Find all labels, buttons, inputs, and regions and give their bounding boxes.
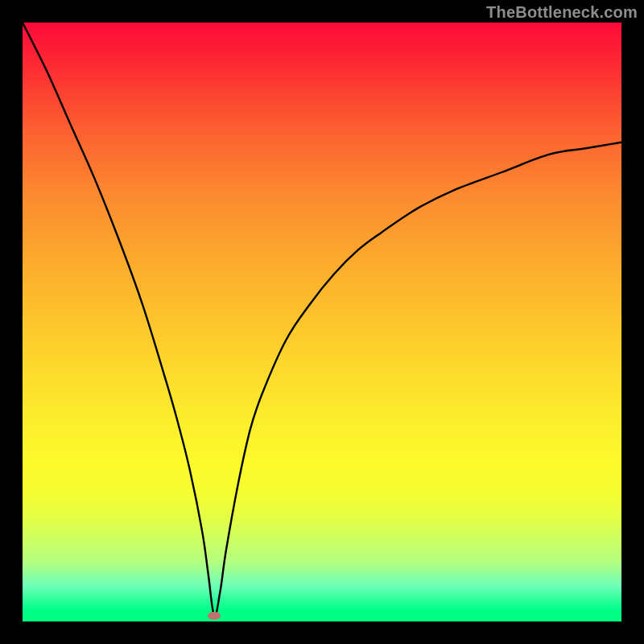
watermark-text: TheBottleneck.com (486, 3, 638, 22)
chart-frame: TheBottleneck.com (0, 0, 644, 644)
plot-area (23, 23, 621, 621)
minimum-marker (208, 612, 221, 620)
bottleneck-curve (23, 23, 621, 621)
